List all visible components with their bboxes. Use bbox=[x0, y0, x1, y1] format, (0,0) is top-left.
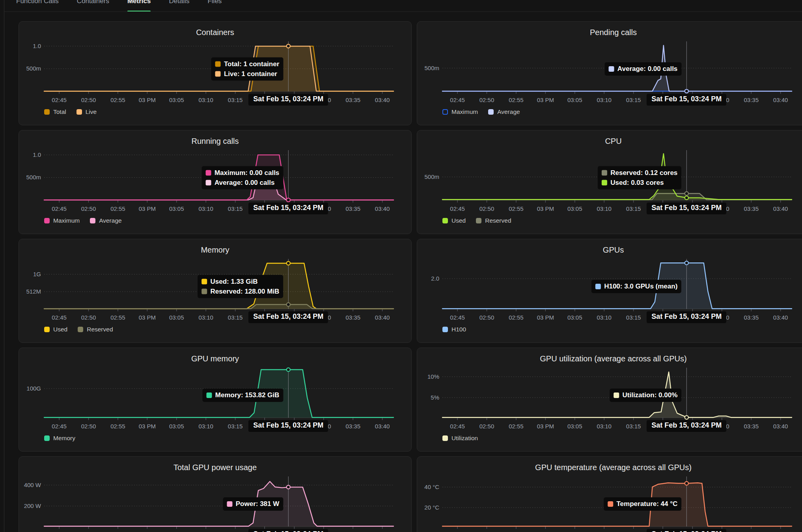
legend-item-utilization[interactable]: Utilization bbox=[442, 435, 478, 442]
x-axis-label: 03 PM bbox=[139, 97, 156, 103]
x-axis-label: 03:40 bbox=[773, 314, 788, 321]
cursor-date-tooltip: Sat Feb 15, 03:24 PM bbox=[647, 311, 726, 323]
tooltip-row: Average: 0.00 calls bbox=[206, 179, 279, 187]
chart-card-cpu: CPU500m02:4502:5002:5503 PM03:0503:1003:… bbox=[417, 130, 802, 234]
x-axis-label: 03 PM bbox=[139, 205, 156, 212]
x-axis-label: 03:05 bbox=[169, 314, 184, 321]
chart-title: Running calls bbox=[19, 137, 411, 146]
legend-item-live[interactable]: Live bbox=[76, 108, 97, 115]
x-axis-label: 02:55 bbox=[110, 205, 125, 212]
y-axis-label: 512M bbox=[17, 288, 41, 295]
legend-item-total[interactable]: Total bbox=[44, 108, 66, 115]
x-axis-label: 02:55 bbox=[110, 423, 125, 430]
tooltip-row: Average: 0.00 calls bbox=[609, 65, 677, 73]
x-axis-label: 03:15 bbox=[228, 314, 243, 321]
legend-item-used[interactable]: Used bbox=[442, 217, 466, 224]
x-axis-label: 03:10 bbox=[597, 314, 612, 321]
chart-title: Memory bbox=[19, 246, 411, 255]
tooltip-text: Average: 0.00 calls bbox=[617, 65, 677, 73]
tooltip-text: Reserved: 128.00 MiB bbox=[210, 288, 279, 296]
tab-function-calls[interactable]: Function Calls bbox=[16, 0, 59, 12]
tooltip-text: Live: 1 container bbox=[224, 70, 277, 78]
tab-details[interactable]: Details bbox=[169, 0, 189, 12]
x-axis-label: 02:45 bbox=[450, 314, 465, 321]
tab-metrics[interactable]: Metrics bbox=[127, 0, 151, 12]
legend-color-swatch bbox=[44, 327, 50, 332]
legend-label: Reserved bbox=[87, 326, 113, 333]
legend-color-swatch bbox=[488, 109, 494, 115]
tab-bar: Function CallsContainersMetricsDetailsFi… bbox=[4, 0, 802, 12]
legend-item-maximum[interactable]: Maximum bbox=[44, 217, 80, 224]
chart-plot-area[interactable]: 1.0500m02:4502:5002:5503 PM03:0503:1003:… bbox=[44, 150, 394, 200]
legend-item-average[interactable]: Average bbox=[488, 108, 520, 115]
legend-item-maximum[interactable]: Maximum bbox=[442, 108, 478, 115]
chart-title: GPU utilization (average across all GPUs… bbox=[417, 354, 802, 363]
chart-legend: MaximumAverage bbox=[442, 108, 520, 115]
x-axis-label: 03:10 bbox=[597, 423, 612, 430]
value-tooltip: Memory: 153.82 GiB bbox=[203, 389, 283, 402]
y-axis-label: 200 W bbox=[17, 502, 41, 510]
x-axis-label: 03:15 bbox=[626, 205, 641, 212]
chart-plot-area[interactable]: 100G02:4502:5002:5503 PM03:0503:1003:150… bbox=[44, 368, 394, 418]
chart-card-gpu-power: Total GPU power usage400 W200 W02:4502:5… bbox=[19, 456, 412, 532]
tooltip-text: Power: 381 W bbox=[236, 500, 280, 508]
x-axis-label: 02:45 bbox=[450, 423, 465, 430]
tooltip-row: Total: 1 container bbox=[215, 60, 279, 68]
chart-card-running-calls: Running calls1.0500m02:4502:5002:5503 PM… bbox=[19, 130, 412, 234]
x-axis-label: 03:05 bbox=[169, 97, 184, 103]
chart-plot-area[interactable]: 1G512M02:4502:5002:5503 PM03:0503:1003:1… bbox=[44, 259, 394, 309]
cursor-date-tooltip: Sat Feb 15, 03:24 PM bbox=[647, 420, 726, 432]
chart-card-gpu-temperature: GPU temperature (average across all GPUs… bbox=[417, 456, 802, 532]
legend-item-used[interactable]: Used bbox=[44, 326, 67, 333]
chart-plot-area[interactable]: 500m02:4502:5002:5503 PM03:0503:1003:150… bbox=[442, 41, 792, 91]
tooltip-text: Used: 1.33 GiB bbox=[210, 278, 257, 286]
tab-label: Files bbox=[207, 0, 222, 5]
x-axis-label: 03 PM bbox=[537, 314, 554, 321]
legend-item-h100[interactable]: H100 bbox=[442, 326, 466, 333]
chart-title: Pending calls bbox=[417, 28, 802, 37]
chart-plot-area[interactable]: 40 °C20 °C02:4502:5002:5503 PM03:0503:10… bbox=[442, 476, 792, 526]
tab-containers[interactable]: Containers bbox=[77, 0, 109, 12]
tooltip-text: Used: 0.03 cores bbox=[610, 179, 664, 187]
chart-plot-area[interactable]: 2.002:4502:5002:5503 PM03:0503:1003:1503… bbox=[442, 259, 792, 309]
tooltip-row: Reserved: 0.12 cores bbox=[602, 169, 677, 177]
chart-plot-area[interactable]: 1.0500m02:4502:5002:5503 PM03:0503:1003:… bbox=[44, 41, 394, 91]
cursor-date-tooltip: Sat Feb 15, 03:24 PM bbox=[647, 203, 726, 214]
series-color-swatch bbox=[215, 71, 221, 77]
chart-plot-area[interactable]: 400 W200 W02:4502:5002:5503 PM03:0503:10… bbox=[44, 476, 394, 526]
x-axis-label: 03 PM bbox=[139, 423, 156, 430]
series-color-swatch bbox=[206, 170, 211, 176]
chart-plot-area[interactable]: 10%5%02:4502:5002:5503 PM03:0503:1003:15… bbox=[442, 368, 792, 418]
tooltip-text: Utilization: 0.00% bbox=[623, 391, 678, 399]
x-axis-label: 02:45 bbox=[52, 205, 67, 212]
x-axis-label: 03:05 bbox=[567, 423, 582, 430]
legend-label: Live bbox=[86, 108, 97, 115]
x-axis-label: 02:45 bbox=[52, 97, 67, 103]
x-axis-label: 03:05 bbox=[567, 97, 582, 103]
x-axis-label: 02:45 bbox=[450, 97, 465, 103]
chart-legend: Utilization bbox=[442, 435, 478, 442]
cursor-date-tooltip: Sat Feb 15, 03:24 PM bbox=[248, 203, 328, 214]
legend-item-reserved[interactable]: Reserved bbox=[476, 217, 511, 224]
y-axis-label: 500m bbox=[17, 174, 41, 181]
x-axis-label: 03:35 bbox=[345, 97, 360, 103]
metrics-page: Function CallsContainersMetricsDetailsFi… bbox=[4, 0, 802, 532]
value-tooltip: Reserved: 0.12 coresUsed: 0.03 cores bbox=[598, 166, 681, 190]
tooltip-row: H100: 3.0 GPUs (mean) bbox=[595, 283, 677, 290]
legend-item-memory[interactable]: Memory bbox=[44, 435, 75, 442]
y-axis-label: 2.0 bbox=[415, 275, 439, 282]
tooltip-text: Memory: 153.82 GiB bbox=[215, 391, 280, 399]
x-axis-label: 02:45 bbox=[52, 423, 67, 430]
series-color-swatch bbox=[201, 289, 207, 294]
tab-files[interactable]: Files bbox=[207, 0, 222, 12]
x-axis-label: 03:15 bbox=[626, 314, 641, 321]
chart-legend: TotalLive bbox=[44, 108, 97, 115]
legend-item-reserved[interactable]: Reserved bbox=[78, 326, 113, 333]
chart-plot-area[interactable]: 500m02:4502:5002:5503 PM03:0503:1003:150… bbox=[442, 150, 792, 200]
y-axis-label: 500m bbox=[415, 65, 439, 72]
y-axis-label: 100G bbox=[17, 385, 41, 392]
y-axis-label: 10% bbox=[415, 373, 439, 380]
legend-item-average[interactable]: Average bbox=[90, 217, 121, 224]
chart-card-gpu-utilization: GPU utilization (average across all GPUs… bbox=[417, 348, 802, 452]
x-axis-label: 02:55 bbox=[110, 314, 125, 321]
